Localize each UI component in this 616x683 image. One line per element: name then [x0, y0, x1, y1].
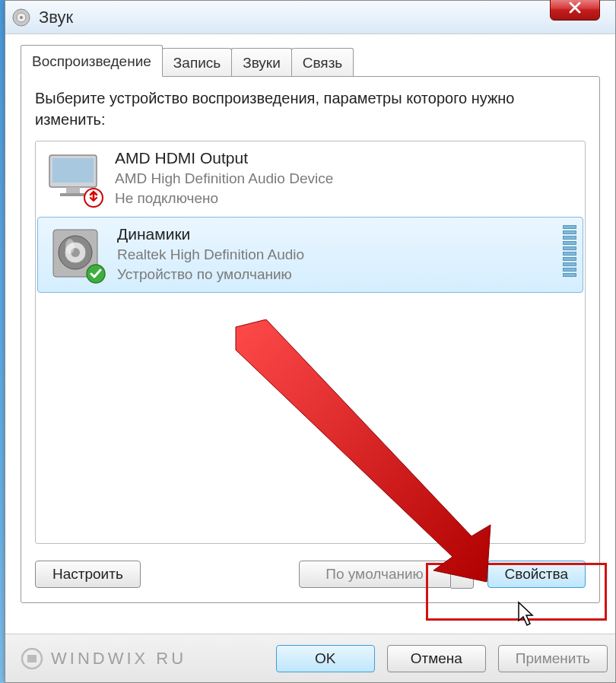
set-default-dropdown[interactable]: По умолчанию	[299, 559, 474, 589]
tab-playback[interactable]: Воспроизведение	[21, 45, 163, 77]
svg-rect-15	[27, 655, 37, 662]
device-text: Динамики Realtek High Definition Audio У…	[117, 225, 304, 284]
default-check-icon	[85, 263, 106, 284]
cancel-button[interactable]: Отмена	[387, 645, 486, 672]
window-title: Звук	[39, 8, 73, 27]
watermark-icon	[21, 647, 43, 670]
tab-sounds[interactable]: Звуки	[231, 48, 292, 76]
device-item-speakers[interactable]: Динамики Realtek High Definition Audio У…	[37, 217, 583, 292]
svg-point-12	[65, 239, 75, 254]
device-driver: Realtek High Definition Audio	[117, 245, 304, 265]
close-button[interactable]	[550, 0, 600, 21]
set-default-button[interactable]: По умолчанию	[299, 561, 451, 588]
level-meter	[563, 225, 576, 277]
tabs: Воспроизведение Запись Звуки Связь	[21, 45, 600, 76]
titlebar: Звук	[5, 1, 615, 34]
svg-rect-6	[60, 193, 86, 196]
unplugged-icon	[83, 187, 104, 208]
device-name: AMD HDMI Output	[115, 149, 333, 167]
dialog-footer: WINDWIX RU OK Отмена Применить	[5, 634, 615, 682]
device-status: Не подключено	[115, 189, 333, 208]
properties-button[interactable]: Свойства	[487, 561, 586, 588]
device-list[interactable]: AMD HDMI Output AMD High Definition Audi…	[35, 141, 586, 544]
watermark: WINDWIX RU	[21, 647, 186, 670]
device-item-hdmi[interactable]: AMD HDMI Output AMD High Definition Audi…	[36, 141, 585, 215]
tab-panel-playback: Выберите устройство воспроизведения, пар…	[21, 76, 600, 603]
sound-dialog: Звук Воспроизведение Запись Звуки Связь …	[5, 0, 616, 683]
client-area: Воспроизведение Запись Звуки Связь Выбер…	[5, 34, 615, 603]
apply-button[interactable]: Применить	[498, 645, 608, 672]
tab-communications[interactable]: Связь	[291, 48, 354, 76]
tab-recording[interactable]: Запись	[162, 48, 232, 76]
device-name: Динамики	[117, 225, 304, 243]
speaker-icon	[47, 225, 103, 281]
monitor-icon	[45, 149, 101, 205]
close-icon	[569, 2, 581, 17]
svg-point-2	[20, 16, 23, 19]
chevron-down-icon[interactable]	[451, 559, 474, 589]
svg-rect-5	[66, 187, 80, 193]
sound-icon	[11, 8, 31, 27]
device-driver: AMD High Definition Audio Device	[115, 169, 333, 189]
device-text: AMD HDMI Output AMD High Definition Audi…	[115, 149, 333, 208]
svg-rect-4	[52, 158, 94, 183]
configure-button[interactable]: Настроить	[35, 561, 141, 588]
ok-button[interactable]: OK	[276, 645, 375, 672]
device-status: Устройство по умолчанию	[117, 265, 304, 284]
bottom-button-row: Настроить По умолчанию Свойства	[35, 559, 586, 589]
instruction-text: Выберите устройство воспроизведения, пар…	[35, 87, 586, 130]
